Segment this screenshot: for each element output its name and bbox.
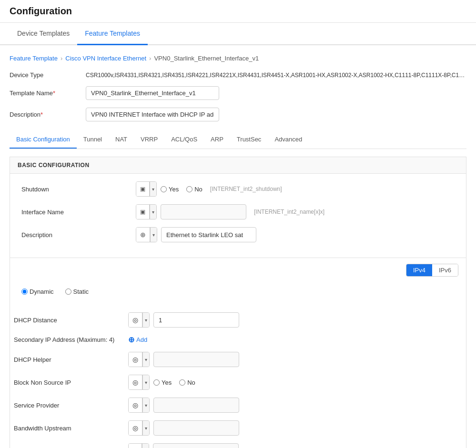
block-non-source-icon: ◎ bbox=[129, 375, 142, 389]
dynamic-radio[interactable]: Dynamic bbox=[21, 288, 54, 295]
shutdown-radio-group: Yes No bbox=[161, 186, 203, 193]
dhcp-helper-row: DHCP Helper ◎ ▾ bbox=[10, 352, 466, 367]
service-provider-row: Service Provider ◎ ▾ bbox=[10, 398, 466, 413]
dhcp-distance-input[interactable] bbox=[153, 312, 239, 328]
service-provider-label: Service Provider bbox=[14, 402, 128, 409]
block-no-radio[interactable]: No bbox=[179, 379, 195, 386]
section-tabs-bar: Basic Configuration Tunnel NAT VRRP ACL/… bbox=[10, 131, 466, 149]
bandwidth-upstream-input[interactable] bbox=[153, 420, 239, 436]
dhcp-helper-arrow: ▾ bbox=[142, 352, 149, 367]
breadcrumb-sep-1: › bbox=[61, 55, 62, 62]
tab-arp[interactable]: ARP bbox=[204, 131, 230, 149]
page-title: Configuration bbox=[10, 6, 466, 17]
ipv-tabs-row: IPv4 IPv6 bbox=[10, 258, 466, 282]
block-non-source-label: Block Non Source IP bbox=[14, 379, 128, 386]
block-non-source-dropdown[interactable]: ◎ ▾ bbox=[128, 375, 150, 390]
ipv-tabs: IPv4 IPv6 bbox=[406, 264, 458, 277]
secondary-ip-controls: ⊕ Add bbox=[128, 335, 462, 344]
main-tabs-bar: Device Templates Feature Templates bbox=[0, 23, 476, 45]
tab-advanced[interactable]: Advanced bbox=[268, 131, 309, 149]
basic-config-header: BASIC CONFIGURATION bbox=[10, 157, 466, 174]
dhcp-helper-controls: ◎ ▾ bbox=[128, 352, 462, 367]
shutdown-dropdown[interactable]: ▣ ▾ bbox=[136, 181, 157, 197]
service-provider-dropdown[interactable]: ◎ ▾ bbox=[128, 398, 150, 413]
ip-mode-radios: Dynamic Static bbox=[18, 288, 458, 295]
shutdown-arrow-icon: ▾ bbox=[150, 182, 156, 196]
breadcrumb-current: VPN0_Starlink_Ethernet_Interface_v1 bbox=[154, 55, 259, 62]
shutdown-hint: [INTERNET_int2_shutdown] bbox=[210, 186, 282, 192]
add-icon: ⊕ bbox=[128, 335, 134, 344]
description-field-row: Description ⊕ ▾ bbox=[18, 227, 458, 242]
bandwidth-upstream-controls: ◎ ▾ bbox=[128, 420, 462, 436]
ip-mode-section: Dynamic Static bbox=[10, 282, 466, 309]
interface-arrow-icon: ▾ bbox=[150, 205, 156, 219]
shutdown-yes-radio[interactable]: Yes bbox=[161, 186, 179, 193]
bandwidth-upstream-dropdown[interactable]: ◎ ▾ bbox=[128, 420, 150, 436]
page-header: Configuration bbox=[0, 0, 476, 23]
ipv4-tab[interactable]: IPv4 bbox=[406, 264, 432, 276]
dhcp-distance-label: DHCP Distance bbox=[14, 317, 128, 324]
dhcp-distance-icon: ◎ bbox=[129, 313, 142, 327]
description-label: Description* bbox=[10, 111, 86, 118]
ipv6-tab[interactable]: IPv6 bbox=[432, 264, 458, 276]
service-provider-input[interactable] bbox=[153, 398, 239, 413]
interface-name-dropdown[interactable]: ▣ ▾ bbox=[136, 204, 157, 219]
shutdown-monitor-icon: ▣ bbox=[136, 182, 150, 196]
device-type-row: Device Type CSR1000v,ISR4331,ISR4321,ISR… bbox=[10, 71, 466, 79]
config-body: Shutdown ▣ ▾ Yes bbox=[10, 174, 466, 258]
service-provider-controls: ◎ ▾ bbox=[128, 398, 462, 413]
static-radio[interactable]: Static bbox=[65, 288, 89, 295]
dhcp-helper-dropdown[interactable]: ◎ ▾ bbox=[128, 352, 150, 367]
template-name-row: Template Name* bbox=[10, 86, 466, 100]
block-yes-radio[interactable]: Yes bbox=[153, 379, 172, 386]
shutdown-field-row: Shutdown ▣ ▾ Yes bbox=[18, 181, 458, 197]
breadcrumb-sep-2: › bbox=[149, 55, 151, 62]
tab-trustsec[interactable]: TrustSec bbox=[230, 131, 268, 149]
bandwidth-downstream-arrow: ▾ bbox=[142, 444, 149, 448]
dhcp-helper-input[interactable] bbox=[153, 352, 239, 367]
content-area: Feature Template › Cisco VPN Interface E… bbox=[0, 45, 476, 448]
shutdown-controls: ▣ ▾ Yes No bbox=[136, 181, 455, 197]
interface-name-controls: ▣ ▾ [INTERNET_int2_name[x]x] bbox=[136, 204, 455, 219]
bandwidth-downstream-dropdown[interactable]: ▣ ▾ bbox=[128, 443, 149, 448]
tab-feature-templates[interactable]: Feature Templates bbox=[77, 23, 148, 45]
dhcp-distance-controls: ◎ ▾ bbox=[128, 312, 462, 328]
form-section: Device Type CSR1000v,ISR4331,ISR4321,ISR… bbox=[10, 71, 466, 121]
tab-basic-configuration[interactable]: Basic Configuration bbox=[10, 131, 77, 149]
shutdown-label: Shutdown bbox=[21, 186, 136, 193]
description-row: Description* bbox=[10, 108, 466, 121]
block-non-source-row: Block Non Source IP ◎ ▾ Yes No bbox=[10, 375, 466, 390]
basic-config-section: BASIC CONFIGURATION Shutdown ▣ ▾ Yes bbox=[10, 157, 466, 258]
interface-name-label: Interface Name bbox=[21, 209, 136, 216]
desc-field-label: Description bbox=[21, 231, 136, 239]
breadcrumb-link-feature-template[interactable]: Feature Template bbox=[10, 55, 58, 62]
tab-vrrp[interactable]: VRRP bbox=[134, 131, 164, 149]
interface-name-hint: [INTERNET_int2_name[x]x] bbox=[254, 209, 324, 215]
tab-device-templates[interactable]: Device Templates bbox=[10, 23, 77, 45]
template-name-input[interactable] bbox=[86, 86, 219, 100]
bandwidth-upstream-row: Bandwidth Upstream ◎ ▾ bbox=[10, 420, 466, 436]
page-wrapper: Configuration Device Templates Feature T… bbox=[0, 0, 476, 448]
secondary-ip-label: Secondary IP Address (Maximum: 4) bbox=[14, 336, 128, 343]
ipv4-fields-section: DHCP Distance ◎ ▾ Secondary IP Address (… bbox=[10, 309, 466, 448]
shutdown-no-radio[interactable]: No bbox=[186, 186, 203, 193]
template-name-label: Template Name* bbox=[10, 90, 86, 97]
tab-acl-qos[interactable]: ACL/QoS bbox=[164, 131, 204, 149]
bandwidth-downstream-input[interactable] bbox=[153, 443, 239, 448]
breadcrumb-link-cisco-vpn[interactable]: Cisco VPN Interface Ethernet bbox=[65, 55, 146, 62]
description-input[interactable] bbox=[86, 108, 219, 121]
desc-arrow-icon: ▾ bbox=[150, 228, 157, 242]
dhcp-distance-dropdown[interactable]: ◎ ▾ bbox=[128, 312, 150, 328]
interface-name-input[interactable] bbox=[161, 204, 246, 219]
device-type-value: CSR1000v,ISR4331,ISR4321,ISR4351,ISR4221… bbox=[86, 72, 466, 79]
secondary-ip-add-link[interactable]: ⊕ Add bbox=[128, 335, 147, 344]
desc-field-input[interactable] bbox=[161, 227, 256, 242]
dhcp-distance-arrow: ▾ bbox=[142, 313, 149, 327]
tab-nat[interactable]: NAT bbox=[109, 131, 134, 149]
bandwidth-upstream-icon: ◎ bbox=[129, 421, 142, 435]
bandwidth-downstream-icon: ▣ bbox=[129, 444, 142, 448]
block-non-source-controls: ◎ ▾ Yes No bbox=[128, 375, 462, 390]
interface-name-field-row: Interface Name ▣ ▾ [INTERNET_int2_name[x… bbox=[18, 204, 458, 219]
tab-tunnel[interactable]: Tunnel bbox=[77, 131, 109, 149]
desc-dropdown[interactable]: ⊕ ▾ bbox=[136, 227, 157, 242]
